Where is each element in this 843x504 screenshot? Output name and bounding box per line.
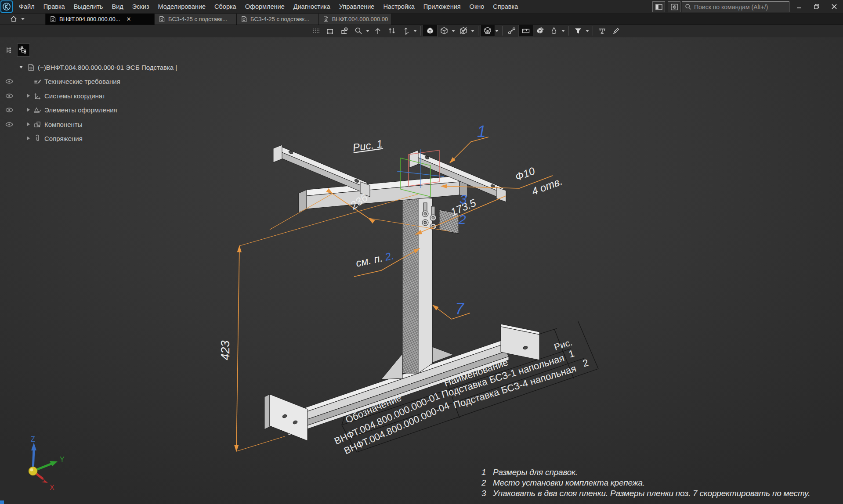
menu-assembly[interactable]: Сборка xyxy=(210,0,241,13)
toolbar-separator xyxy=(478,26,478,36)
visibility-eye-icon[interactable] xyxy=(5,91,14,101)
assembly-doc-icon xyxy=(27,63,35,72)
tree-root-label: (−)ВНФТ.004.800.000.000-01 ЭСБ Подставка… xyxy=(38,64,177,71)
app-logo[interactable] xyxy=(0,0,13,13)
shaded-display-button[interactable] xyxy=(423,25,437,36)
menu-file[interactable]: Файл xyxy=(14,0,39,13)
note-number: 1 xyxy=(481,468,493,477)
tree-item-components[interactable]: Компоненты xyxy=(27,119,82,129)
tab-document-4[interactable]: ВНФТ.004.000.000.00... xyxy=(319,13,392,25)
toolbar-drag-handle[interactable] xyxy=(309,25,323,36)
filter-objects-button[interactable] xyxy=(571,25,585,36)
section-view-button[interactable] xyxy=(533,25,547,36)
menu-applications[interactable]: Приложения xyxy=(419,0,465,13)
tab-close-icon[interactable]: ✕ xyxy=(127,16,131,22)
swap-view-button[interactable] xyxy=(385,25,399,36)
workspace-settings-button[interactable] xyxy=(668,1,680,12)
menu-view[interactable]: Вид xyxy=(108,0,128,13)
menu-window[interactable]: Окно xyxy=(465,0,489,13)
zoom-dropdown-caret[interactable] xyxy=(366,30,369,32)
relations-button[interactable] xyxy=(505,25,519,36)
filter-dropdown-caret[interactable] xyxy=(586,30,589,32)
close-button[interactable] xyxy=(825,0,843,13)
note-text: Упаковать в два слоя пленки. Размеры пле… xyxy=(493,489,810,498)
menu-sketch[interactable]: Эскиз xyxy=(128,0,154,13)
document-tabbar: ВНФТ.004.800.000.00... ✕ БСЗ-4-25 с подс… xyxy=(0,13,843,25)
tree-root-assembly[interactable]: (−)ВНФТ.004.800.000.000-01 ЭСБ Подставка… xyxy=(19,62,177,72)
zoom-button[interactable] xyxy=(351,25,365,36)
hidden-lines-dropdown-caret[interactable] xyxy=(471,30,474,32)
orientation-up-button[interactable] xyxy=(371,25,385,36)
measure-button[interactable] xyxy=(519,25,533,36)
tab-document-2[interactable]: БСЗ-4-25 с подставк... xyxy=(155,13,237,25)
perspective-view-button[interactable] xyxy=(481,25,495,36)
visibility-eye-icon[interactable] xyxy=(5,105,14,115)
expand-arrow-icon[interactable] xyxy=(27,94,30,97)
tree-item-label: Системы координат xyxy=(44,92,105,100)
perspective-dropdown-caret[interactable] xyxy=(495,30,499,32)
tab-label: ВНФТ.004.800.000.00... xyxy=(59,16,120,22)
command-search[interactable] xyxy=(682,1,789,12)
menu-diagnostics[interactable]: Диагностика xyxy=(289,0,335,13)
tab-label: ВНФТ.004.000.000.00... xyxy=(332,16,388,22)
tree-item-tech-requirements[interactable]: Технические требования xyxy=(27,76,120,86)
appearance-dropdown-caret[interactable] xyxy=(561,30,565,32)
tree-item-mates[interactable]: Сопряжения xyxy=(27,133,83,143)
coordinate-systems-icon xyxy=(33,92,42,100)
kompas-logo-icon xyxy=(2,2,11,11)
wireframe-display-button[interactable] xyxy=(437,25,451,36)
sketch-mode-button[interactable] xyxy=(323,25,337,36)
tree-view-structure-button[interactable] xyxy=(18,44,29,56)
minimize-button[interactable] xyxy=(790,0,808,13)
home-tab-button[interactable] xyxy=(0,13,46,25)
assembly-doc-icon xyxy=(240,15,248,23)
visibility-eye-icon[interactable] xyxy=(5,76,14,86)
panes-icon xyxy=(655,3,663,11)
assembly-doc-icon xyxy=(322,15,329,23)
view-orientation-button[interactable] xyxy=(399,25,413,36)
panels-layout-button[interactable] xyxy=(652,1,665,12)
search-input[interactable] xyxy=(693,3,783,11)
tab-document-3[interactable]: БСЗ-4-25 с подставк... xyxy=(237,13,319,25)
menu-management[interactable]: Управление xyxy=(335,0,379,13)
expand-arrow-icon[interactable] xyxy=(27,108,30,112)
menu-help[interactable]: Справка xyxy=(488,0,522,13)
expand-arrow-icon[interactable] xyxy=(27,122,30,126)
mass-properties-button[interactable] xyxy=(595,25,609,36)
tab-document-1[interactable]: ВНФТ.004.800.000.00... ✕ xyxy=(46,13,155,25)
styling-pen-button[interactable] xyxy=(609,25,623,36)
tree-item-coordinate-systems[interactable]: Системы координат xyxy=(27,91,105,101)
toolbar-separator xyxy=(502,26,503,36)
tree-item-label: Технические требования xyxy=(44,78,120,85)
restore-icon xyxy=(814,4,820,10)
toolbar-separator xyxy=(593,26,593,36)
appearance-button[interactable] xyxy=(547,25,561,36)
visibility-eye-icon[interactable] xyxy=(5,119,14,129)
tree-item-label: Сопряжения xyxy=(44,135,83,142)
menu-drawing[interactable]: Оформление xyxy=(241,0,289,13)
note-text: Размеры для справок. xyxy=(493,468,578,477)
place-component-button[interactable] xyxy=(337,25,351,36)
restore-button[interactable] xyxy=(808,0,825,13)
orientation-dropdown-caret[interactable] xyxy=(413,30,417,32)
tree-item-label: Элементы оформления xyxy=(44,106,117,114)
menu-edit[interactable]: Правка xyxy=(39,0,69,13)
annotation-elements-icon xyxy=(33,106,42,114)
display-dropdown-caret[interactable] xyxy=(452,30,455,32)
search-icon xyxy=(685,4,691,10)
hidden-lines-button[interactable] xyxy=(456,25,470,36)
note-line: 3 Упаковать в два слоя пленки. Размеры п… xyxy=(481,489,810,498)
home-dropdown-caret[interactable] xyxy=(21,18,25,20)
home-icon xyxy=(10,15,18,23)
main-menubar: Файл Правка Выделить Вид Эскиз Моделиров… xyxy=(0,0,843,14)
collapse-arrow-icon[interactable] xyxy=(19,66,23,68)
tree-item-annotation-elements[interactable]: Элементы оформления xyxy=(27,105,117,115)
menu-select[interactable]: Выделить xyxy=(69,0,108,13)
tree-item-label: Компоненты xyxy=(44,121,82,128)
expand-arrow-icon[interactable] xyxy=(27,137,30,140)
menu-settings[interactable]: Настройка xyxy=(379,0,419,13)
menu-modeling[interactable]: Моделирование xyxy=(154,0,210,13)
close-icon xyxy=(832,4,837,9)
tree-view-list-button[interactable] xyxy=(4,44,15,56)
note-number: 3 xyxy=(481,489,493,498)
